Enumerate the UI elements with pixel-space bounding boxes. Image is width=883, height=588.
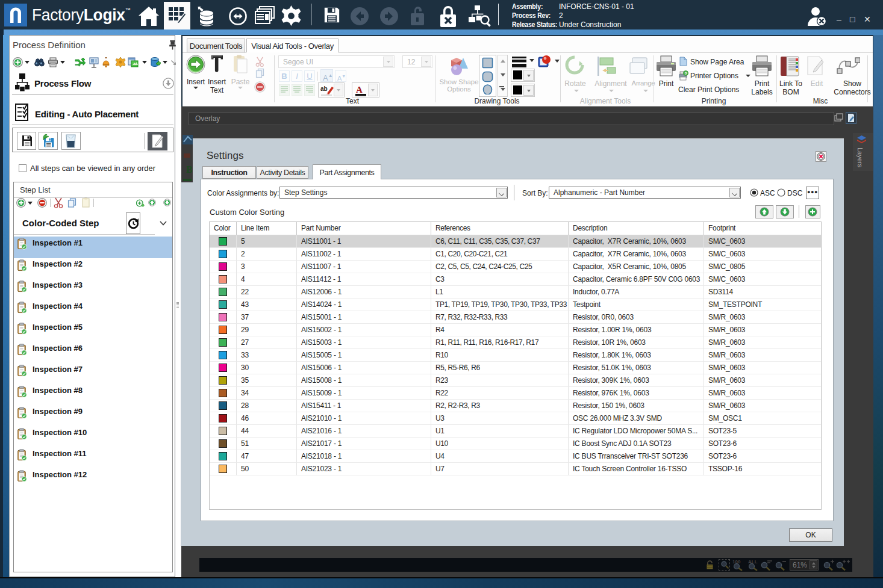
svg-text:?: ? bbox=[685, 72, 687, 76]
svg-text:A: A bbox=[356, 85, 363, 94]
svg-text:ab: ab bbox=[320, 85, 328, 92]
